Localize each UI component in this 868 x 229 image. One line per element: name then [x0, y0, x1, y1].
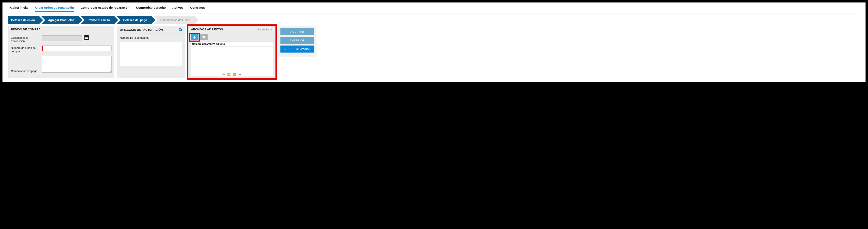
tab-comprobar-estado[interactable]: Comprobar estado de reparación	[80, 5, 130, 12]
panel-archivos-adjuntos: ARCHIVOS ADJUNTOS Sin registros ✚ ✖ Nomb…	[188, 26, 275, 78]
plus-icon: ✚	[193, 35, 196, 39]
attachment-pager: ⏮ ⏪ ⏩ ⏭	[191, 72, 273, 76]
input-numero-orden-compra[interactable]	[42, 45, 112, 51]
step-confirmacion-orden[interactable]: Confirmación de Orden	[154, 17, 195, 24]
pager-next-icon[interactable]: ⏩	[233, 73, 236, 76]
close-icon: ✖	[202, 35, 205, 39]
textarea-comentarios-pago[interactable]	[42, 56, 112, 73]
direccion-title: DIRECCIÓN DE FACTURACIÓN	[120, 28, 163, 31]
label-numero-orden-compra: Número de orden de compra	[11, 45, 42, 53]
actions-panel: ACEPTAR ANTERIOR NECESITO AYUDA	[278, 26, 316, 57]
tab-contratos[interactable]: Contratos	[190, 5, 205, 12]
adjuntos-title: ARCHIVOS ADJUNTOS	[191, 28, 223, 31]
svg-line-1	[181, 30, 182, 31]
step-agregar-productos[interactable]: Agregar Productos	[41, 17, 79, 24]
textarea-nombre-compania[interactable]	[120, 42, 183, 66]
document-icon[interactable]	[85, 35, 89, 40]
wizard-steps: Detalles de envío Agregar Productos Revi…	[8, 17, 860, 24]
accept-button[interactable]: ACEPTAR	[280, 28, 314, 35]
tab-activos[interactable]: Activos	[172, 5, 184, 12]
panel-direccion-facturacion: DIRECCIÓN DE FACTURACIÓN Nombre de la co…	[117, 26, 185, 78]
label-cantidad-transaccion: Cantidad de la transacción	[11, 35, 42, 43]
attachment-column-header: Nombre del archivo adjunto	[191, 42, 273, 46]
step-detalles-envio[interactable]: Detalles de envío	[8, 17, 39, 24]
attachment-list-body	[191, 46, 273, 72]
tab-comprobar-derecho[interactable]: Comprobar derecho	[135, 5, 166, 12]
panel-pedido-compra: PEDIDO DE COMPRA Cantidad de la transacc…	[8, 26, 114, 78]
step-detalles-pago[interactable]: Detalles del pago	[117, 17, 152, 24]
attachment-list: Nombre del archivo adjunto ⏮ ⏪ ⏩ ⏭	[191, 41, 273, 77]
tab-crear-orden-reparacion[interactable]: Crear orden de reparación	[35, 5, 74, 12]
add-attachment-button[interactable]: ✚	[191, 34, 198, 40]
pager-last-icon[interactable]: ⏭	[239, 73, 242, 76]
delete-attachment-button[interactable]: ✖	[200, 34, 208, 40]
pager-prev-icon[interactable]: ⏪	[227, 73, 230, 76]
label-comentarios-pago: Comentarios del pago	[11, 69, 42, 73]
label-nombre-compania: Nombre de la compañía	[120, 36, 183, 39]
svg-point-0	[179, 28, 182, 31]
input-cantidad-transaccion	[42, 35, 82, 41]
pager-first-icon[interactable]: ⏮	[222, 73, 225, 76]
previous-button[interactable]: ANTERIOR	[280, 37, 314, 44]
step-revise-carrito[interactable]: Revise el carrito	[81, 17, 115, 24]
need-help-button[interactable]: NECESITO AYUDA	[280, 45, 314, 53]
search-icon[interactable]	[179, 28, 183, 32]
top-nav: Página inicial Crear orden de reparación…	[8, 4, 860, 13]
adjuntos-no-records: Sin registros	[258, 28, 273, 31]
tab-pagina-inicial[interactable]: Página inicial	[8, 5, 29, 12]
pedido-title: PEDIDO DE COMPRA	[11, 28, 40, 31]
